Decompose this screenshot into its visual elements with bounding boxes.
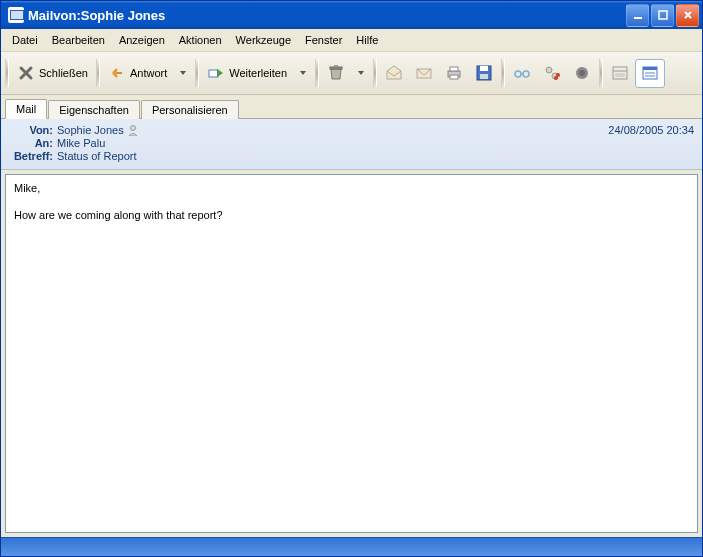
svg-rect-1 — [659, 11, 667, 19]
menu-help[interactable]: Hilfe — [349, 33, 385, 47]
toolbar-separator — [373, 59, 377, 87]
subject-value: Status of Report — [57, 150, 137, 162]
to-label: An: — [9, 137, 53, 149]
svg-rect-3 — [330, 67, 342, 69]
toolbar-separator — [599, 59, 603, 87]
tag-button[interactable] — [537, 59, 567, 88]
menu-window[interactable]: Fenster — [298, 33, 349, 47]
reply-label: Antwort — [130, 67, 167, 79]
minimize-button[interactable] — [626, 4, 649, 27]
mail-date: 24/08/2005 20:34 — [608, 124, 694, 136]
menu-tools[interactable]: Werkzeuge — [229, 33, 298, 47]
presence-icon — [128, 124, 142, 136]
svg-rect-2 — [209, 70, 218, 77]
body-line: Mike, — [14, 181, 689, 197]
svg-rect-4 — [334, 65, 338, 67]
mail-open-icon — [385, 64, 403, 82]
preview-button[interactable] — [635, 59, 665, 88]
toolbar: Schließen Antwort Weiterleiten — [1, 52, 702, 95]
properties-icon — [611, 64, 629, 82]
reply-icon — [108, 64, 126, 82]
svg-point-13 — [523, 71, 529, 77]
svg-rect-11 — [480, 74, 488, 79]
tab-row: Mail Eigenschaften Personalisieren — [1, 96, 702, 119]
junk-icon — [573, 64, 591, 82]
reply-button[interactable]: Antwort — [102, 59, 173, 87]
mail-window: Mailvon:Sophie Jones Datei Bearbeiten An… — [0, 0, 703, 557]
menu-view[interactable]: Anzeigen — [112, 33, 172, 47]
forward-icon — [207, 64, 225, 82]
floppy-icon — [475, 64, 493, 82]
menu-edit[interactable]: Bearbeiten — [45, 33, 112, 47]
trash-icon — [327, 64, 345, 82]
mark-read-button[interactable] — [379, 59, 409, 88]
toolbar-separator — [5, 59, 9, 87]
from-label: Von: — [9, 124, 53, 136]
titlebar: Mailvon:Sophie Jones — [1, 1, 702, 29]
chevron-down-icon — [357, 71, 365, 75]
print-icon — [445, 64, 463, 82]
menu-file[interactable]: Datei — [5, 33, 45, 47]
close-window-button[interactable] — [676, 4, 699, 27]
svg-point-28 — [130, 126, 135, 131]
close-button[interactable]: Schließen — [11, 59, 94, 87]
mark-unread-button[interactable] — [409, 59, 439, 88]
tab-personalize[interactable]: Personalisieren — [141, 100, 239, 119]
read-later-button[interactable] — [507, 59, 537, 88]
toolbar-separator — [96, 59, 100, 87]
properties-view-button[interactable] — [605, 59, 635, 88]
svg-point-12 — [515, 71, 521, 77]
to-value: Mike Palu — [57, 137, 105, 149]
svg-rect-10 — [480, 66, 488, 71]
delete-dropdown[interactable] — [351, 59, 371, 87]
chevron-down-icon — [179, 71, 187, 75]
statusbar — [1, 537, 702, 556]
close-label: Schließen — [39, 67, 88, 79]
mail-closed-icon — [415, 64, 433, 82]
svg-rect-26 — [645, 72, 655, 74]
save-button[interactable] — [469, 59, 499, 88]
menubar: Datei Bearbeiten Anzeigen Aktionen Werkz… — [1, 29, 702, 52]
subject-label: Betreff: — [9, 150, 53, 162]
svg-rect-8 — [450, 75, 458, 79]
close-icon — [17, 64, 35, 82]
toolbar-separator — [195, 59, 199, 87]
junk-button[interactable] — [567, 59, 597, 88]
tab-mail[interactable]: Mail — [5, 99, 47, 119]
menu-actions[interactable]: Aktionen — [172, 33, 229, 47]
forward-dropdown[interactable] — [293, 59, 313, 87]
body-spacer — [14, 197, 689, 208]
svg-rect-0 — [634, 17, 642, 19]
toolbar-separator — [501, 59, 505, 87]
forward-label: Weiterleiten — [229, 67, 287, 79]
svg-rect-20 — [613, 67, 627, 79]
svg-rect-7 — [450, 67, 458, 71]
window-controls — [626, 4, 699, 27]
mail-body[interactable]: Mike, How are we coming along with that … — [5, 174, 698, 533]
svg-rect-27 — [645, 75, 655, 77]
toolbar-separator — [315, 59, 319, 87]
mail-header: Von: Sophie Jones 24/08/2005 20:34 An: M… — [1, 119, 702, 170]
glasses-icon — [513, 64, 531, 82]
preview-icon — [641, 64, 659, 82]
maximize-button[interactable] — [651, 4, 674, 27]
svg-point-19 — [579, 70, 585, 76]
print-button[interactable] — [439, 59, 469, 88]
delete-button[interactable] — [321, 59, 351, 87]
tab-properties[interactable]: Eigenschaften — [48, 100, 140, 119]
window-title: Mailvon:Sophie Jones — [28, 8, 626, 23]
forward-button[interactable]: Weiterleiten — [201, 59, 293, 87]
from-value: Sophie Jones — [57, 124, 124, 136]
tag-icon — [543, 64, 561, 82]
app-icon — [8, 7, 24, 23]
svg-rect-25 — [643, 67, 657, 70]
chevron-down-icon — [299, 71, 307, 75]
svg-point-14 — [546, 67, 552, 73]
body-line: How are we coming along with that report… — [14, 208, 689, 224]
reply-dropdown[interactable] — [173, 59, 193, 87]
svg-point-17 — [556, 73, 560, 77]
